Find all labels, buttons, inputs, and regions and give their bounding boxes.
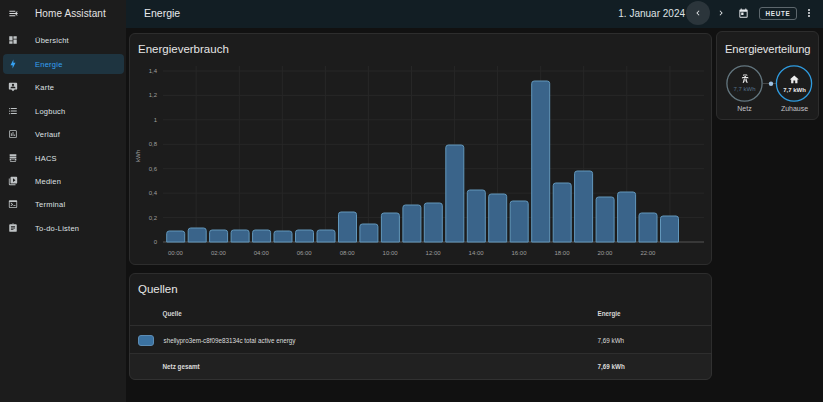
svg-text:0,8: 0,8	[149, 141, 158, 147]
svg-text:Netz: Netz	[737, 105, 752, 112]
svg-text:06:00: 06:00	[297, 250, 313, 256]
svg-text:7,7 kWh: 7,7 kWh	[733, 86, 755, 92]
svg-text:1,4: 1,4	[149, 68, 158, 74]
svg-text:Zuhause: Zuhause	[781, 105, 808, 112]
svg-text:0,4: 0,4	[149, 190, 158, 196]
svg-text:0,2: 0,2	[149, 215, 158, 221]
svg-text:16:00: 16:00	[511, 250, 527, 256]
svg-text:14:00: 14:00	[469, 250, 485, 256]
svg-text:7,7 kWh: 7,7 kWh	[783, 87, 806, 93]
svg-text:20:00: 20:00	[597, 250, 613, 256]
svg-text:08:00: 08:00	[340, 250, 356, 256]
svg-text:1: 1	[154, 117, 158, 123]
svg-text:02:00: 02:00	[211, 250, 227, 256]
svg-text:00:00: 00:00	[168, 250, 184, 256]
svg-text:0,6: 0,6	[149, 166, 158, 172]
svg-text:10:00: 10:00	[383, 250, 399, 256]
svg-text:kWh: kWh	[135, 150, 141, 162]
svg-text:04:00: 04:00	[254, 250, 270, 256]
svg-text:22:00: 22:00	[640, 250, 656, 256]
svg-text:18:00: 18:00	[554, 250, 570, 256]
svg-text:1,2: 1,2	[149, 92, 158, 98]
svg-text:12:00: 12:00	[426, 250, 442, 256]
svg-text:0: 0	[154, 239, 158, 245]
